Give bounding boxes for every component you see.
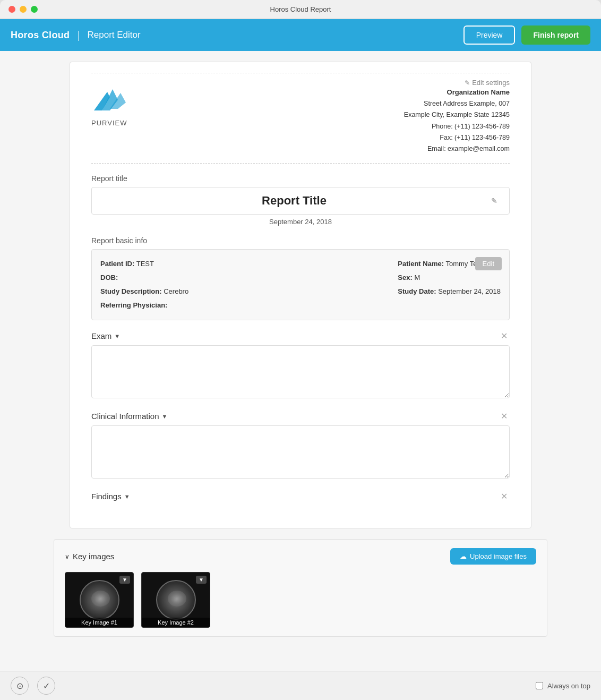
clinical-section-title: Clinical Information ▼ bbox=[91, 412, 167, 421]
report-title-section: Report title Report Title ✎ September 24… bbox=[91, 174, 510, 226]
report-title-label: Report title bbox=[91, 174, 510, 183]
basic-info-left: Patient ID: TEST DOB: Study Description:… bbox=[100, 257, 188, 312]
study-desc-label: Study Description: bbox=[100, 287, 162, 295]
report-date: September 24, 2018 bbox=[91, 218, 510, 226]
study-desc-row: Study Description: Cerebro bbox=[100, 285, 188, 298]
basic-info-section: Report basic info Patient ID: TEST DOB: … bbox=[91, 236, 510, 320]
patient-id-row: Patient ID: TEST bbox=[100, 257, 188, 271]
key-image-2: ▼ Key Image #2 bbox=[141, 572, 210, 628]
close-button[interactable] bbox=[8, 6, 15, 13]
org-fax: Fax: (+11) 123-456-789 bbox=[404, 132, 510, 143]
referring-label: Referring Physician: bbox=[100, 301, 167, 309]
bottom-left-buttons: ⊙ ✓ bbox=[11, 677, 55, 695]
findings-section-header: Findings ▼ ✕ bbox=[91, 491, 510, 501]
org-address2: Example City, Example State 12345 bbox=[404, 109, 510, 121]
basic-info-edit-button[interactable]: Edit bbox=[475, 257, 502, 270]
app-name: Horos Cloud bbox=[11, 30, 70, 41]
report-title-text: Report Title bbox=[100, 194, 488, 208]
key-images-chevron[interactable]: ∨ bbox=[65, 553, 70, 560]
key-images-panel: ∨ Key images ☁ Upload image files ▼ Key … bbox=[54, 539, 547, 637]
sex-label: Sex: bbox=[398, 274, 412, 281]
bottom-toolbar: ⊙ ✓ Always on top bbox=[0, 671, 601, 700]
findings-section: Findings ▼ ✕ bbox=[91, 491, 510, 501]
key-images-title: ∨ Key images bbox=[65, 552, 114, 561]
org-logo-area: PURVIEW bbox=[91, 87, 128, 127]
org-info: Organization Name Street Address Example… bbox=[404, 87, 510, 155]
pencil-icon: ✎ bbox=[465, 79, 470, 87]
patient-id-label: Patient ID: bbox=[100, 260, 134, 268]
image-1-dropdown-button[interactable]: ▼ bbox=[119, 576, 130, 584]
org-email: Email: example@email.com bbox=[404, 143, 510, 155]
basic-info-box: Patient ID: TEST DOB: Study Description:… bbox=[91, 249, 510, 320]
brain-image-1 bbox=[80, 580, 119, 620]
traffic-lights bbox=[8, 6, 38, 13]
findings-dropdown-arrow[interactable]: ▼ bbox=[124, 493, 130, 500]
window-chrome: Horos Cloud Report bbox=[0, 0, 601, 19]
key-image-2-label: Key Image #2 bbox=[142, 618, 210, 627]
edit-settings-link[interactable]: ✎ Edit settings bbox=[465, 79, 510, 87]
exam-section-title: Exam ▼ bbox=[91, 331, 120, 340]
edit-settings-label: Edit settings bbox=[472, 79, 510, 87]
key-images-header: ∨ Key images ☁ Upload image files bbox=[65, 548, 536, 565]
findings-section-title: Findings ▼ bbox=[91, 492, 130, 501]
org-phone: Phone: (+11) 123-456-789 bbox=[404, 121, 510, 132]
org-name: Organization Name bbox=[404, 87, 510, 98]
editor-title: Report Editor bbox=[88, 30, 141, 40]
referring-row: Referring Physician: bbox=[100, 298, 188, 312]
images-row: ▼ Key Image #1 ▼ Key Image #2 bbox=[65, 572, 536, 628]
patient-id-value: TEST bbox=[136, 260, 154, 268]
exam-section-header: Exam ▼ ✕ bbox=[91, 331, 510, 341]
preview-button[interactable]: Preview bbox=[463, 25, 516, 45]
patient-name-label: Patient Name: bbox=[398, 260, 444, 268]
sex-value: M bbox=[414, 274, 420, 281]
basic-info-label: Report basic info bbox=[91, 236, 510, 245]
always-on-top-checkbox[interactable] bbox=[536, 682, 543, 689]
maximize-button[interactable] bbox=[31, 6, 38, 13]
dob-label: DOB: bbox=[100, 274, 118, 281]
clinical-dropdown-arrow[interactable]: ▼ bbox=[162, 413, 168, 420]
header-bar: Horos Cloud | Report Editor Preview Fini… bbox=[0, 19, 601, 51]
upload-label: Upload image files bbox=[470, 552, 527, 560]
bottom-right: Always on top bbox=[536, 682, 590, 690]
org-address1: Street Address Example, 007 bbox=[404, 98, 510, 109]
org-header: PURVIEW Organization Name Street Address… bbox=[91, 87, 510, 164]
study-date-label: Study Date: bbox=[398, 287, 436, 295]
edit-settings-row: ✎ Edit settings bbox=[91, 73, 510, 87]
clinical-close-button[interactable]: ✕ bbox=[499, 411, 510, 421]
report-title-edit-button[interactable]: ✎ bbox=[488, 195, 501, 206]
header-actions: Preview Finish report bbox=[463, 25, 590, 45]
org-logo-text: PURVIEW bbox=[91, 119, 127, 127]
exam-title-text: Exam bbox=[91, 331, 111, 340]
minimize-button[interactable] bbox=[20, 6, 27, 13]
image-2-dropdown-button[interactable]: ▼ bbox=[196, 576, 207, 584]
report-title-box: Report Title ✎ bbox=[91, 187, 510, 215]
exam-dropdown-arrow[interactable]: ▼ bbox=[114, 333, 120, 339]
upload-cloud-icon: ☁ bbox=[460, 552, 467, 560]
exam-close-button[interactable]: ✕ bbox=[499, 331, 510, 341]
study-desc-value: Cerebro bbox=[164, 287, 188, 295]
finish-report-button[interactable]: Finish report bbox=[521, 25, 590, 45]
dob-row: DOB: bbox=[100, 271, 188, 285]
findings-title-text: Findings bbox=[91, 492, 122, 501]
key-images-label: Key images bbox=[73, 552, 114, 561]
clinical-textarea[interactable] bbox=[91, 425, 510, 479]
checkmark-button[interactable]: ✓ bbox=[37, 677, 55, 695]
exam-textarea[interactable] bbox=[91, 345, 510, 398]
clinical-section-header: Clinical Information ▼ ✕ bbox=[91, 411, 510, 421]
compass-button[interactable]: ⊙ bbox=[11, 677, 29, 695]
clinical-title-text: Clinical Information bbox=[91, 412, 159, 421]
report-container: ✎ Edit settings PURVIEW Organization Nam… bbox=[70, 62, 531, 528]
always-on-top-label: Always on top bbox=[547, 682, 590, 690]
header-divider: | bbox=[77, 29, 80, 41]
upload-image-button[interactable]: ☁ Upload image files bbox=[450, 548, 536, 565]
sex-row: Sex: M bbox=[398, 271, 501, 285]
study-date-row: Study Date: September 24, 2018 bbox=[398, 285, 501, 298]
key-image-1-label: Key Image #1 bbox=[65, 618, 133, 627]
findings-close-button[interactable]: ✕ bbox=[499, 491, 510, 501]
key-image-1: ▼ Key Image #1 bbox=[65, 572, 134, 628]
org-logo-icon bbox=[91, 87, 128, 116]
window-title: Horos Cloud Report bbox=[270, 5, 331, 13]
brain-image-2 bbox=[156, 580, 196, 620]
exam-section: Exam ▼ ✕ bbox=[91, 331, 510, 400]
main-content: ✎ Edit settings PURVIEW Organization Nam… bbox=[0, 51, 601, 671]
